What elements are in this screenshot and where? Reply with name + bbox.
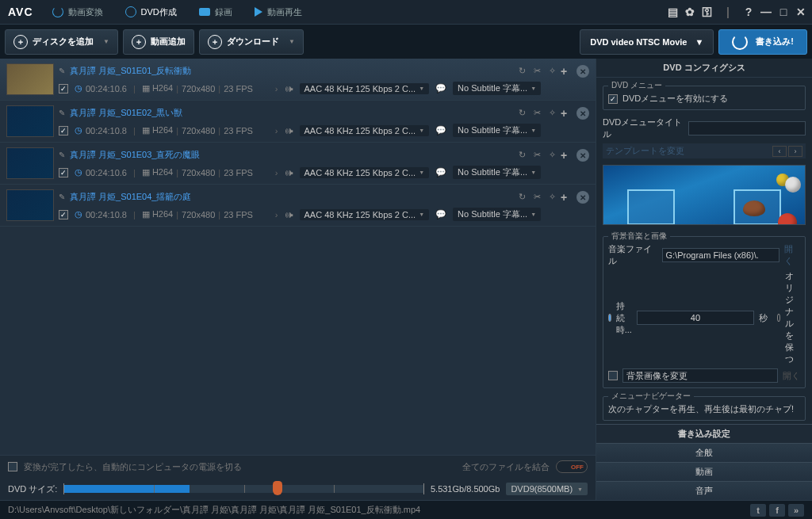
refresh-icon[interactable]: ↻ bbox=[519, 66, 526, 76]
nav-text: 次のチャプターを再生、再生後は最初のチャプ! bbox=[608, 403, 794, 415]
play-icon bbox=[255, 7, 262, 17]
effects-icon[interactable]: ✧ bbox=[549, 192, 556, 202]
shutdown-checkbox[interactable] bbox=[8, 462, 17, 471]
download-button[interactable]: ＋ダウンロード▼ bbox=[199, 29, 304, 55]
btn-label: 書き込み! bbox=[756, 36, 794, 48]
settings-icon[interactable]: ✿ bbox=[684, 6, 696, 18]
subtitle-selector[interactable]: No Subtitle 字幕... ▼ bbox=[453, 82, 541, 95]
template-change-link[interactable]: テンプレートを変更 bbox=[606, 145, 684, 157]
item-title: 真月譚 月姫_S01E04_揺籠の庭 bbox=[70, 191, 191, 203]
seconds-label: 秒 bbox=[759, 312, 768, 324]
refresh-icon[interactable]: ↻ bbox=[519, 192, 526, 202]
audio-selector[interactable]: AAC 48 KHz 125 Kbps 2 C... ▼ bbox=[300, 83, 430, 94]
twitter-icon[interactable]: t bbox=[750, 504, 766, 517]
item-checkbox[interactable]: ✓ bbox=[59, 84, 68, 93]
duration: ◷ 00:24:10.8 bbox=[75, 125, 127, 135]
duration: ◷ 00:24:10.8 bbox=[75, 209, 127, 219]
caret-icon: ▼ bbox=[289, 38, 295, 45]
refresh-icon[interactable]: ↻ bbox=[519, 150, 526, 160]
tab-record[interactable]: 録画 bbox=[188, 0, 243, 24]
help-icon[interactable]: ? bbox=[742, 6, 755, 18]
remove-item-button[interactable]: ✕ bbox=[576, 65, 589, 78]
enable-menu-checkbox[interactable]: ✓ bbox=[608, 94, 618, 104]
bg-image-input[interactable] bbox=[622, 368, 778, 383]
cut-icon[interactable]: ✂ bbox=[534, 108, 541, 118]
list-icon[interactable]: ▤ bbox=[666, 6, 679, 18]
add-video-icon: ＋ bbox=[132, 35, 146, 49]
add-video-button[interactable]: ＋動画追加 bbox=[123, 29, 194, 55]
list-item[interactable]: ✎真月譚 月姫_S01E03_直死の魔眼↻✂✧✓◷ 00:24:10.6|▦ H… bbox=[0, 143, 596, 185]
edit-icon[interactable]: ✎ bbox=[59, 193, 65, 201]
audio-selector[interactable]: AAC 48 KHz 125 Kbps 2 C... ▼ bbox=[300, 125, 430, 136]
open-music-button[interactable]: 開く bbox=[784, 243, 801, 267]
tab-video[interactable]: 動画 bbox=[596, 462, 812, 481]
add-disc-button[interactable]: ＋ディスクを追加▼ bbox=[5, 29, 118, 55]
effects-icon[interactable]: ✧ bbox=[549, 150, 556, 160]
music-file-input[interactable] bbox=[662, 248, 779, 262]
list-item[interactable]: ✎真月譚 月姫_S01E01_反転衝動↻✂✧✓◷ 00:24:10.6|▦ H2… bbox=[0, 59, 596, 101]
add-item-button[interactable]: + bbox=[561, 107, 572, 118]
record-icon bbox=[199, 8, 210, 16]
refresh-icon[interactable]: ↻ bbox=[519, 108, 526, 118]
edit-icon[interactable]: ✎ bbox=[59, 67, 65, 75]
profile-label: DVD video NTSC Movie bbox=[590, 37, 687, 47]
menu-title-input[interactable] bbox=[688, 121, 806, 135]
item-checkbox[interactable]: ✓ bbox=[59, 210, 68, 219]
merge-toggle[interactable]: OFF bbox=[556, 460, 588, 473]
maximize-button[interactable]: □ bbox=[777, 6, 790, 18]
tab-convert[interactable]: 動画変換 bbox=[41, 0, 114, 24]
close-button[interactable]: ✕ bbox=[795, 6, 807, 18]
effects-icon[interactable]: ✧ bbox=[549, 66, 556, 76]
minimize-button[interactable]: — bbox=[760, 6, 772, 18]
add-item-button[interactable]: + bbox=[561, 191, 572, 202]
video-meta: ▦ H264 | 720x480 | 23 FPS bbox=[142, 209, 253, 219]
subtitle-selector[interactable]: No Subtitle 字幕... ▼ bbox=[453, 166, 541, 179]
download-icon: ＋ bbox=[208, 35, 222, 49]
item-checkbox[interactable]: ✓ bbox=[59, 168, 68, 177]
facebook-icon[interactable]: f bbox=[769, 504, 785, 517]
bg-image-checkbox[interactable] bbox=[608, 371, 618, 380]
thumbnail bbox=[6, 147, 54, 179]
duration-radio[interactable] bbox=[608, 314, 611, 322]
thumbnail bbox=[6, 189, 54, 221]
size-handle[interactable] bbox=[273, 481, 282, 495]
key-icon[interactable]: ⚿ bbox=[701, 6, 714, 18]
video-meta: ▦ H264 | 720x480 | 23 FPS bbox=[142, 83, 253, 93]
effects-icon[interactable]: ✧ bbox=[549, 108, 556, 118]
tab-audio[interactable]: 音声 bbox=[596, 481, 812, 500]
remove-item-button[interactable]: ✕ bbox=[576, 149, 589, 162]
keep-original-radio[interactable] bbox=[777, 314, 780, 322]
tpl-prev-button[interactable]: ‹ bbox=[772, 146, 787, 157]
edit-icon[interactable]: ✎ bbox=[59, 151, 65, 159]
duration: ◷ 00:24:10.6 bbox=[75, 167, 127, 177]
disc-size-selector[interactable]: DVD9(8500MB)▼ bbox=[506, 483, 588, 495]
remove-item-button[interactable]: ✕ bbox=[576, 107, 589, 120]
list-item[interactable]: ✎真月譚 月姫_S01E04_揺籠の庭↻✂✧✓◷ 00:24:10.8|▦ H2… bbox=[0, 185, 596, 227]
list-item[interactable]: ✎真月譚 月姫_S01E02_黒い獣↻✂✧✓◷ 00:24:10.8|▦ H26… bbox=[0, 101, 596, 143]
add-item-button[interactable]: + bbox=[561, 65, 572, 76]
remove-item-button[interactable]: ✕ bbox=[576, 191, 589, 204]
cut-icon[interactable]: ✂ bbox=[534, 192, 541, 202]
tpl-next-button[interactable]: › bbox=[788, 146, 802, 157]
add-item-button[interactable]: + bbox=[561, 149, 572, 160]
subtitle-selector[interactable]: No Subtitle 字幕... ▼ bbox=[453, 124, 541, 137]
duration: ◷ 00:24:10.6 bbox=[75, 83, 127, 93]
enable-menu-label: DVDメニューを有効にする bbox=[622, 93, 728, 105]
right-panel-title: DVD コンフィグシス bbox=[596, 59, 812, 78]
status-path: D:\Users\Anvsoft\Desktop\新しいフォルダー\真月譚 月姫… bbox=[8, 504, 420, 516]
cut-icon[interactable]: ✂ bbox=[534, 66, 541, 76]
audio-selector[interactable]: AAC 48 KHz 125 Kbps 2 C... ▼ bbox=[300, 209, 430, 220]
duration-input[interactable] bbox=[637, 311, 754, 325]
cut-icon[interactable]: ✂ bbox=[534, 150, 541, 160]
tab-dvd-create[interactable]: DVD作成 bbox=[114, 0, 188, 24]
audio-selector[interactable]: AAC 48 KHz 125 Kbps 2 C... ▼ bbox=[300, 167, 430, 178]
tab-play[interactable]: 動画再生 bbox=[243, 0, 313, 24]
burn-button[interactable]: 書き込み! bbox=[718, 29, 807, 55]
tab-general[interactable]: 全般 bbox=[596, 443, 812, 462]
profile-selector[interactable]: DVD video NTSC Movie▼ bbox=[580, 29, 714, 55]
merge-label: 全てのファイルを結合 bbox=[462, 461, 550, 473]
subtitle-selector[interactable]: No Subtitle 字幕... ▼ bbox=[453, 208, 541, 221]
edit-icon[interactable]: ✎ bbox=[59, 109, 65, 117]
more-button[interactable]: » bbox=[788, 504, 804, 517]
item-checkbox[interactable]: ✓ bbox=[59, 126, 68, 135]
